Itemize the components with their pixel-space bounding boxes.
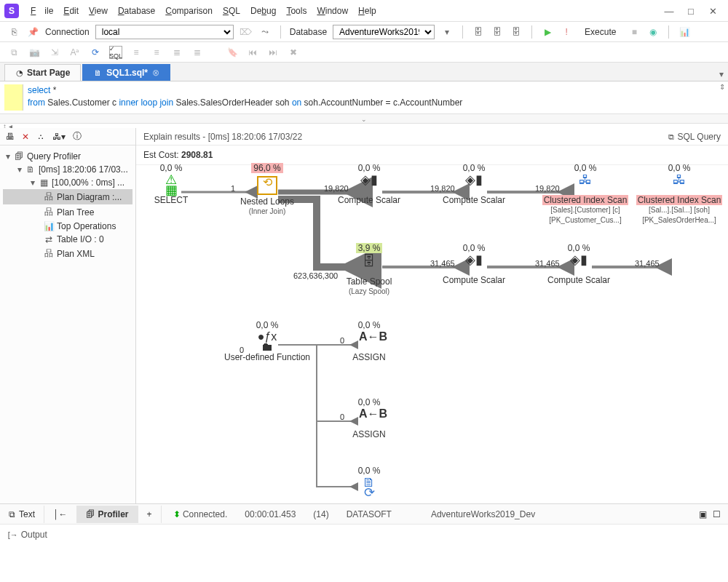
rows-5: 623,636,300 — [293, 271, 338, 280]
tab-profiler[interactable]: 🗐Profiler — [77, 506, 138, 523]
db3-icon[interactable]: 🗄 — [510, 25, 523, 39]
tree-stmt[interactable]: ▾▦[100,00% : 0ms] ... — [3, 176, 132, 189]
node-cs1[interactable]: 0,0 % ◈▮ Compute Scalar — [333, 163, 405, 205]
menu-window[interactable]: Window — [312, 4, 352, 18]
t2-icon-1[interactable]: ⧉ — [7, 46, 20, 59]
editor-gutter — [4, 84, 23, 111]
plan-canvas[interactable]: 1 19,820 19,820 19,820 623,636,300 31,46… — [136, 163, 728, 503]
node-cis2[interactable]: 0,0 % 🖧 Clustered Index Scan [Sal...].[S… — [633, 163, 726, 226]
node-cis1[interactable]: 0,0 % 🖧 Clustered Index Scan [Sales].[Cu… — [538, 163, 633, 226]
node-assign-2[interactable]: 0,0 % A←B ASSIGN — [343, 397, 395, 439]
node-assign-1[interactable]: 0,0 % A←B ASSIGN — [343, 320, 395, 362]
bookmark-icon[interactable]: 🔖 — [226, 46, 239, 59]
chart-icon[interactable]: 📊 — [678, 25, 691, 39]
sql-check-icon[interactable]: ✓SQL — [109, 46, 122, 59]
estcost-value: 2908.81 — [181, 150, 213, 160]
t2-icon-8[interactable]: ≣ — [191, 46, 204, 59]
tree-plan-tree[interactable]: 品Plan Tree — [3, 204, 132, 220]
tree-plan-xml[interactable]: 品Plan XML — [3, 246, 132, 261]
status-count: (14) — [313, 509, 328, 519]
estcost-label: Est Cost: — [143, 150, 181, 160]
refresh-icon[interactable]: ⟳ — [89, 46, 102, 59]
compute-scalar-icon: ◈▮ — [464, 255, 484, 274]
layout-2-icon[interactable]: ☐ — [713, 509, 721, 519]
assign-icon: A←B — [359, 409, 379, 428]
run-icon[interactable]: ▶ — [541, 25, 554, 39]
t2-icon-3[interactable]: ⇲ — [48, 46, 61, 59]
app-logo: S — [4, 4, 19, 18]
menu-tools[interactable]: Tools — [282, 4, 311, 18]
close-button[interactable]: ✕ — [708, 6, 718, 16]
side-tree-icon[interactable]: 🖧▾ — [52, 132, 66, 142]
tab-add[interactable]: + — [138, 506, 162, 523]
node-select[interactable]: 0,0 % ⚠ ▦ SELECT — [145, 163, 197, 205]
connection-select[interactable]: local — [95, 25, 234, 39]
reconnect-icon[interactable]: ⤳ — [258, 25, 272, 39]
tab-close-icon[interactable]: ⊗ — [152, 68, 159, 78]
node-seq[interactable]: 0,0 % 🗎⟳ — [343, 466, 395, 498]
bm-next-icon[interactable]: ⏭ — [266, 46, 280, 59]
tree-plan-diagram[interactable]: 品Plan Diagram :... — [3, 189, 132, 204]
analyze-icon[interactable]: ◉ — [646, 25, 660, 39]
new-conn-icon[interactable]: ⎘ — [7, 25, 20, 39]
output-panel-toggle[interactable]: [→ Output — [7, 530, 47, 540]
tab-start-page[interactable]: ◔Start Page — [4, 64, 81, 81]
side-guide-icon[interactable]: ⛬ — [36, 132, 45, 142]
maximize-button[interactable]: □ — [686, 6, 696, 16]
menu-debug[interactable]: Debug — [246, 4, 280, 18]
t2-icon-2[interactable]: 📷 — [28, 46, 41, 59]
tabs-more-icon[interactable]: ▾ — [715, 68, 728, 81]
nested-loops-icon: ⟲ — [257, 176, 277, 195]
pause-icon[interactable]: ■ — [628, 25, 641, 39]
node-spool[interactable]: 3,9 % 🗄 Table Spool (Lazy Spool) — [336, 243, 402, 297]
sql-editor[interactable]: select * from Sales.Customer c inner loo… — [0, 81, 728, 113]
t2-icon-7[interactable]: ≣ — [170, 46, 183, 59]
menu-comparison[interactable]: Comparison — [161, 4, 217, 18]
menu-database[interactable]: Database — [114, 4, 159, 18]
profiler-icon: 🗐 — [86, 509, 95, 519]
node-cs3[interactable]: 0,0 % ◈▮ Compute Scalar — [438, 243, 510, 285]
disconnect-icon[interactable]: ⌦ — [240, 25, 253, 39]
side-delete-icon[interactable]: ✕ — [22, 132, 29, 142]
text-icon: ⧉ — [9, 509, 15, 519]
stop-icon[interactable]: ! — [560, 25, 573, 39]
tree-top-ops[interactable]: 📊Top Operations — [3, 220, 132, 233]
bm-clear-icon[interactable]: ✖ — [287, 46, 300, 59]
execute-button[interactable]: Execute — [579, 25, 622, 39]
node-cs4[interactable]: 0,0 % ◈▮ Compute Scalar — [542, 243, 615, 285]
db2-icon[interactable]: 🗄 — [491, 25, 504, 39]
tab-pin[interactable]: │← — [44, 506, 77, 523]
compute-scalar-icon: ◈▮ — [359, 175, 379, 194]
t2-icon-5[interactable]: ≡ — [130, 46, 143, 59]
db-dropdown-icon[interactable]: ▾ — [440, 25, 454, 39]
tab-sql-file[interactable]: 🗎SQL1.sql*⊗ — [82, 64, 170, 81]
conn-icon[interactable]: 📌 — [26, 25, 39, 39]
node-udf[interactable]: 0,0 % ●ƒx🖿 User-defined Function — [221, 320, 313, 362]
side-print-icon[interactable]: 🖶 — [6, 132, 15, 142]
t2-icon-4[interactable]: Aᵃ — [68, 46, 82, 59]
tab-text[interactable]: ⧉Text — [0, 506, 44, 523]
t2-icon-6[interactable]: ≡ — [150, 46, 163, 59]
tree-table-io[interactable]: ⇄Table I/O : 0 — [3, 233, 132, 246]
collapse-handle[interactable]: ⌄ — [0, 113, 728, 124]
editor-split-icon[interactable]: ⇕ — [719, 83, 725, 91]
menu-edit[interactable]: Edit — [59, 4, 83, 18]
tree-run[interactable]: ▾🗎[0ms] 18:20:06 17/03... — [3, 163, 132, 176]
db1-icon[interactable]: 🗄 — [472, 25, 485, 39]
menu-help[interactable]: Help — [354, 4, 381, 18]
menu-view[interactable]: View — [84, 4, 112, 18]
layout-1-icon[interactable]: ▣ — [699, 509, 707, 519]
tree-root[interactable]: ▾🗐Query Profiler — [3, 150, 132, 163]
database-label: Database — [290, 27, 327, 37]
sql-query-button[interactable]: ⧉ SQL Query — [668, 132, 721, 142]
select-icon: ⚠ ▦ — [161, 175, 181, 194]
side-info-icon[interactable]: ⓘ — [73, 130, 82, 143]
output-icon: [→ — [8, 530, 18, 539]
database-select[interactable]: AdventureWorks2019_... — [333, 25, 435, 39]
node-cs2[interactable]: 0,0 % ◈▮ Compute Scalar — [438, 163, 510, 205]
bm-prev-icon[interactable]: ⏮ — [246, 46, 259, 59]
minimize-button[interactable]: — — [664, 6, 674, 16]
node-nested-loops[interactable]: 96,0 % ⟲ Nested Loops (Inner Join) — [231, 163, 304, 217]
menu-file[interactable]: File — [26, 4, 58, 18]
menu-sql[interactable]: SQL — [218, 4, 245, 18]
